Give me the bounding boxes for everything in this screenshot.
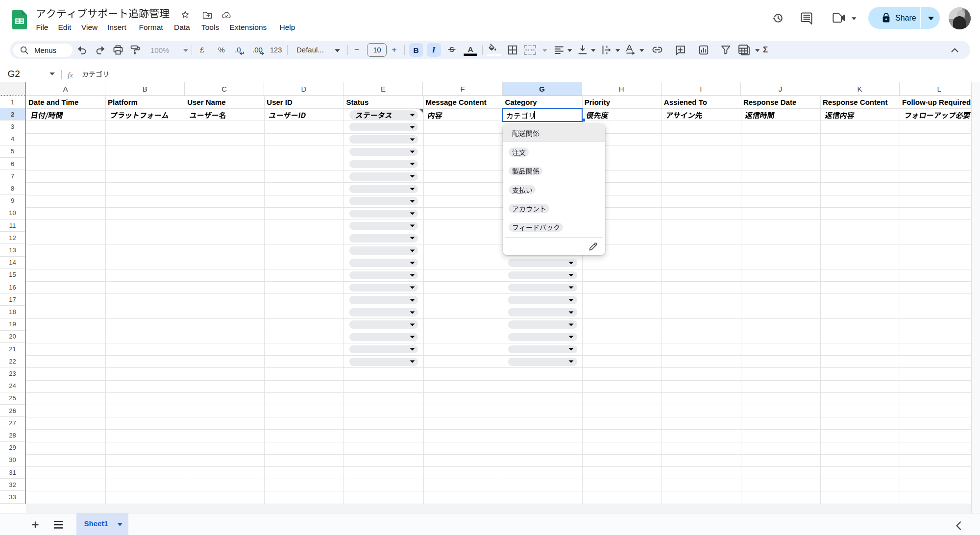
svg-text:A: A: [467, 45, 473, 53]
